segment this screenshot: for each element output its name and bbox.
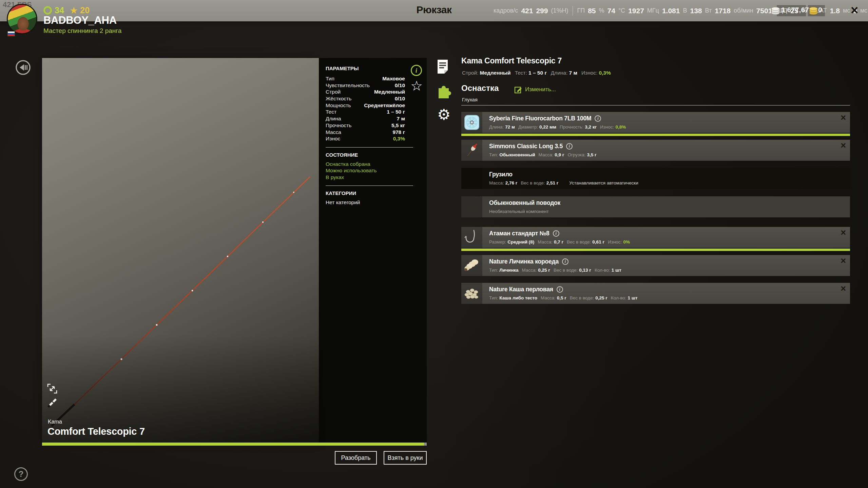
tab-description[interactable]	[437, 59, 452, 76]
rig-item-row[interactable]: + Обыкновенный поводок Необязательный ко…	[461, 196, 850, 217]
remove-item-button[interactable]: ×	[841, 113, 846, 123]
russia-flag-icon	[7, 31, 15, 36]
spec-value: 0,25 г	[595, 295, 607, 300]
spec-value: 0,25 г	[538, 268, 550, 273]
item-durability-bar	[461, 134, 850, 136]
spec-label: Масса:	[539, 152, 554, 157]
spec-label: Тип:	[489, 152, 498, 157]
rig-item-specs: Размер:Средний (8)Масса:0,7 гВес в воде:…	[489, 239, 850, 245]
parameter-row: Длина 7 м	[326, 116, 405, 122]
tab-rig[interactable]	[437, 83, 452, 100]
close-icon[interactable]: ×	[851, 2, 858, 18]
document-icon	[437, 59, 449, 75]
parameter-label: Износ	[326, 136, 340, 142]
spec-label: Износ:	[608, 239, 622, 245]
gold-coins-icon	[809, 6, 818, 15]
take-in-hands-button[interactable]: Взять в руки	[384, 451, 427, 465]
parameter-label: Чувствительность	[326, 82, 370, 89]
spec-value: 2,51 г	[546, 180, 559, 186]
remove-item-button[interactable]: ×	[841, 256, 846, 266]
rig-item-row[interactable]: + Атаман стандарт №8 i Размер:Средний (8…	[461, 227, 850, 248]
rig-item-specs: Длина:72 мДиаметр:0,22 ммПрочность:3,2 к…	[489, 124, 850, 130]
rig-item-thumbnail: +	[461, 140, 482, 161]
spec-label: Строй:	[462, 70, 479, 76]
rig-item-row[interactable]: + Nature Каша перловая i Тип:Каша либо т…	[461, 283, 850, 304]
spec-value: 0,5 г	[557, 295, 566, 300]
help-button[interactable]: ?	[14, 467, 28, 481]
item-detail-specs: Строй:МедленныйТест:1 – 50 гДлина:7 мИзн…	[462, 70, 615, 76]
remove-item-button[interactable]: ×	[841, 140, 846, 151]
rig-item-note: Устанавливается автоматически	[569, 180, 638, 186]
rig-item-body: Nature Каша перловая i Тип:Каша либо тес…	[482, 283, 850, 304]
disassemble-button[interactable]: Разобрать	[335, 451, 377, 465]
info-icon[interactable]: i	[411, 65, 422, 76]
divider	[461, 105, 850, 105]
detail-tabs: ⚙	[437, 59, 452, 130]
rig-item-specs: Тип:ЛичинкаМасса:0,25 гВес в воде:0,13 г…	[489, 268, 850, 273]
rod-tool-button[interactable]	[47, 397, 58, 410]
parameter-value: Маховое	[382, 76, 405, 82]
parameter-value: 1 – 50 г	[387, 109, 405, 115]
remove-item-button[interactable]: ×	[841, 228, 846, 238]
rig-items-list: + Syberia Fine Fluorocarbon 7LB 100M i Д…	[461, 112, 850, 311]
spec-label: Тип:	[489, 295, 498, 300]
rig-item-row[interactable]: + Nature Личинка короеда i Тип:ЛичинкаМа…	[461, 255, 850, 276]
rig-item-row[interactable]: + Syberia Fine Fluorocarbon 7LB 100M i Д…	[461, 112, 850, 133]
tab-settings[interactable]: ⚙	[437, 107, 452, 122]
info-icon[interactable]: i	[557, 286, 563, 293]
spec-value: 1 шт	[628, 295, 638, 300]
spec-label: Масса:	[538, 239, 553, 245]
rod-preview-panel[interactable]: Kama Comfort Telescopic 7	[42, 58, 319, 443]
rig-edit-link[interactable]: Изменить...	[514, 85, 556, 94]
stat-token: мс	[860, 7, 867, 14]
rig-section-title: Оснастка	[461, 83, 499, 93]
parameter-row: Износ 0,3%	[326, 136, 405, 142]
gold-money-value: 0	[818, 6, 822, 14]
parameters-panel: ПАРАМЕТРЫ Тип Маховое Чувствительность 0…	[319, 58, 427, 443]
rod-tool-icon	[47, 397, 58, 408]
spec-value: 0,3%	[599, 70, 611, 76]
spec-value: Личинка	[499, 268, 518, 273]
rig-item-specs: Масса:2,76 гВес в воде:2,51 гУстанавлива…	[489, 180, 850, 186]
info-icon[interactable]: i	[553, 230, 559, 237]
silver-money-value: 1 677,67	[781, 6, 809, 14]
player-currency: 34 ★ 20	[43, 5, 90, 15]
categories-title: КАТЕГОРИИ	[326, 190, 427, 196]
stat-token: кадров/с	[494, 7, 518, 14]
favorite-star-icon[interactable]: ☆	[410, 79, 423, 93]
expand-button[interactable]	[47, 383, 58, 395]
rod-model: Comfort Telescopic 7	[47, 426, 145, 437]
state-title: СОСТОЯНИЕ	[326, 152, 427, 158]
groats-icon	[463, 285, 480, 302]
divider	[326, 186, 413, 186]
rig-item-note: Необязательный компонент	[489, 209, 549, 214]
info-icon[interactable]: i	[562, 258, 568, 265]
parameter-label: Длина	[326, 116, 341, 122]
rig-item-body: Грузило Масса:2,76 гВес в воде:2,51 гУст…	[482, 168, 850, 189]
rig-type: Глухая	[462, 97, 478, 102]
rig-item-row[interactable]: + Грузило Масса:2,76 гВес в воде:2,51 гУ…	[461, 168, 850, 189]
spec-value: 0,61 г	[592, 239, 604, 245]
rig-item-name: Атаман стандарт №8	[489, 230, 549, 237]
spec-label: Тип:	[489, 268, 498, 273]
rig-item-thumbnail: +	[461, 227, 482, 248]
rig-item-row[interactable]: + Simmons Classic Long 3.5 i Тип:Обыкнов…	[461, 140, 850, 161]
remove-item-button[interactable]: ×	[841, 284, 846, 294]
parameter-row: Прочность 5,5 кг	[326, 122, 405, 129]
parameter-label: Строй	[326, 89, 341, 95]
info-icon[interactable]: i	[566, 143, 573, 150]
info-icon[interactable]: i	[595, 115, 601, 122]
spec-label: Износ:	[581, 70, 597, 76]
stat-token: 1718	[715, 7, 731, 15]
spec-label: Вес в воде:	[554, 268, 578, 273]
parameter-row: Тип Маховое	[326, 76, 405, 82]
plus-icon: +	[467, 198, 477, 216]
rig-item-name: Nature Личинка короеда	[489, 258, 559, 265]
spec-label: Тест:	[515, 70, 527, 76]
spec-label: Длина:	[489, 124, 504, 130]
rig-item-name: Грузило	[489, 171, 513, 178]
back-button[interactable]	[15, 60, 31, 77]
avatar[interactable]	[7, 4, 37, 34]
spec-value: 0,22 мм	[539, 124, 556, 130]
spec-label: Износ:	[600, 124, 614, 130]
